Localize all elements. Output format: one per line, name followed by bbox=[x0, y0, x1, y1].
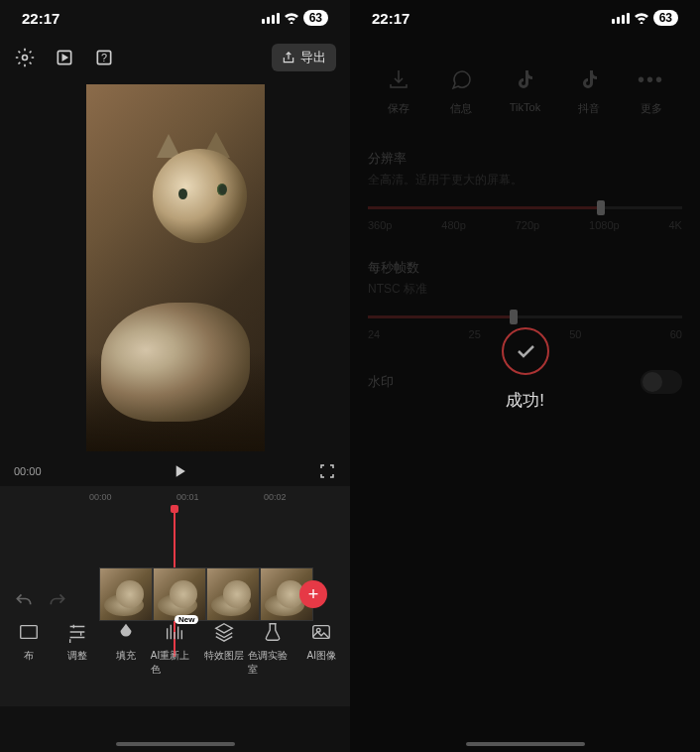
resolution-section: 分辨率 全高清。适用于更大的屏幕。 360p 480p 720p 1080p 4… bbox=[350, 136, 700, 245]
resolution-desc: 全高清。适用于更大的屏幕。 bbox=[368, 172, 682, 188]
export-settings-screen: 22:17 63 保存 信息 TikTok 抖音 •••更多 分辨率 全高清。适… bbox=[350, 0, 700, 752]
new-badge: New bbox=[175, 615, 198, 624]
signal-icon bbox=[262, 13, 280, 24]
watermark-label: 水印 bbox=[368, 373, 394, 391]
export-label: 导出 bbox=[300, 49, 326, 66]
tool-fill[interactable]: 填充 bbox=[102, 620, 151, 677]
success-text: 成功! bbox=[506, 389, 544, 412]
success-circle bbox=[502, 327, 549, 375]
share-douyin[interactable]: 抖音 bbox=[575, 65, 603, 116]
check-icon bbox=[514, 339, 537, 363]
fps-title: 每秒帧数 bbox=[368, 259, 682, 277]
clip-thumb[interactable] bbox=[153, 567, 206, 621]
svg-point-0 bbox=[23, 56, 28, 61]
resolution-title: 分辨率 bbox=[368, 150, 682, 168]
signal-icon bbox=[612, 13, 630, 24]
editor-screen: 22:17 63 ? 导出 00:00 bbox=[0, 0, 350, 752]
video-preview bbox=[86, 84, 265, 451]
tool-ai-image[interactable]: AI图像 bbox=[297, 620, 346, 677]
status-bar: 22:17 63 bbox=[0, 0, 350, 36]
undo-icon[interactable] bbox=[14, 591, 34, 611]
fps-desc: NTSC 标准 bbox=[368, 281, 682, 298]
tool-color-lab[interactable]: 色调实验室 bbox=[248, 620, 296, 677]
status-time: 22:17 bbox=[372, 10, 409, 27]
fullscreen-icon[interactable] bbox=[318, 462, 336, 480]
share-tiktok[interactable]: TikTok bbox=[510, 65, 540, 116]
play-button[interactable] bbox=[170, 461, 189, 481]
resolution-slider[interactable] bbox=[368, 206, 682, 209]
battery-level: 63 bbox=[303, 10, 328, 26]
export-icon bbox=[282, 51, 295, 64]
watermark-toggle[interactable] bbox=[641, 370, 682, 394]
preview-area[interactable] bbox=[0, 79, 350, 456]
tool-fx-layer[interactable]: 特效图层 bbox=[199, 620, 248, 677]
add-clip-button[interactable]: + bbox=[299, 580, 327, 608]
wifi-icon bbox=[634, 12, 649, 24]
history-controls bbox=[14, 591, 67, 611]
clip-thumb[interactable] bbox=[99, 567, 153, 621]
battery-level: 63 bbox=[653, 10, 678, 26]
share-more[interactable]: •••更多 bbox=[638, 65, 665, 116]
share-save[interactable]: 保存 bbox=[385, 65, 412, 116]
redo-icon[interactable] bbox=[48, 591, 67, 611]
share-row: 保存 信息 TikTok 抖音 •••更多 bbox=[350, 36, 700, 136]
status-time: 22:17 bbox=[22, 10, 59, 27]
current-time: 00:00 bbox=[14, 465, 42, 477]
export-button[interactable]: 导出 bbox=[272, 44, 336, 71]
home-indicator bbox=[116, 742, 235, 746]
svg-text:?: ? bbox=[101, 52, 107, 63]
media-icon[interactable] bbox=[54, 47, 75, 68]
help-icon[interactable]: ? bbox=[93, 47, 115, 68]
home-indicator bbox=[466, 742, 585, 746]
tool-canvas[interactable]: 布 bbox=[4, 620, 53, 677]
tool-ai-recolor[interactable]: NewAI重新上色 bbox=[151, 620, 199, 677]
success-toast: 成功! bbox=[502, 327, 549, 412]
clip-track[interactable]: + bbox=[99, 567, 313, 621]
clip-thumb[interactable] bbox=[206, 567, 260, 621]
status-right: 63 bbox=[262, 10, 328, 26]
tool-adjust[interactable]: 调整 bbox=[53, 620, 101, 677]
svg-rect-4 bbox=[20, 626, 37, 639]
settings-icon[interactable] bbox=[14, 47, 36, 68]
share-message[interactable]: 信息 bbox=[447, 65, 475, 116]
fps-slider[interactable] bbox=[368, 315, 682, 318]
tool-bar: 布 调整 填充 NewAI重新上色 特效图层 色调实验室 AI图像 bbox=[0, 620, 350, 677]
resolution-marks: 360p 480p 720p 1080p 4K bbox=[368, 219, 682, 231]
preview-controls: 00:00 bbox=[0, 456, 350, 486]
status-right: 63 bbox=[612, 10, 678, 26]
timeline[interactable]: + 布 调整 填充 NewAI重新上色 特效图层 色调实验室 AI图像 bbox=[0, 508, 350, 706]
top-toolbar: ? 导出 bbox=[0, 36, 350, 79]
status-bar: 22:17 63 bbox=[350, 0, 700, 36]
wifi-icon bbox=[284, 12, 299, 24]
